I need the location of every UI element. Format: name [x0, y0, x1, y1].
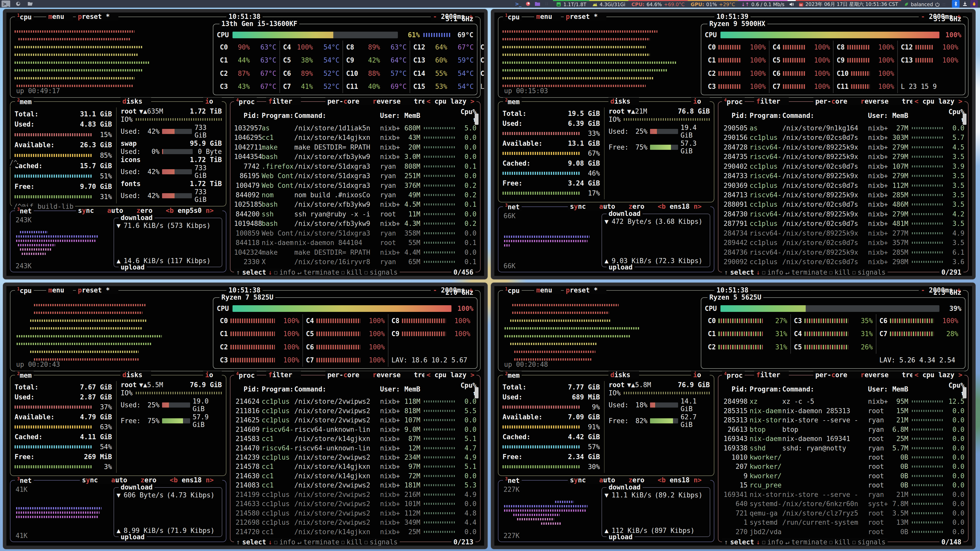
net-interface-prev-button[interactable]: <b: [658, 476, 670, 484]
per-core-button[interactable]: per-core: [815, 97, 847, 105]
column-command[interactable]: Command:: [294, 385, 380, 393]
proc-row[interactable]: 288091cc1plus/nix/store/02cs0d7snixb+486…: [721, 200, 966, 209]
proc-row[interactable]: 214083cc1/nix/store/2vwipws2nixb+181M5.3: [232, 481, 478, 490]
scroll-up-icon[interactable]: ↑: [724, 538, 728, 546]
net-interface-next-button[interactable]: n>: [202, 207, 213, 214]
proc-sort-control[interactable]: < cpu lazy >: [425, 97, 476, 105]
proc-row[interactable]: 1019488bash/nix/store/xfb3ykw9nixb+4.3M0…: [232, 219, 478, 228]
volume-segment[interactable]: [788, 0, 796, 8]
proc-row[interactable]: 1systemd/run/current-systemroot13M0.0: [721, 518, 966, 527]
net-tab[interactable]: 3net: [503, 476, 522, 484]
kill-action[interactable]: kill: [835, 269, 851, 276]
disks-tab[interactable]: disks: [608, 97, 639, 105]
terminate-action[interactable]: terminate: [304, 269, 339, 276]
column-pid[interactable]: Pid:: [722, 385, 749, 393]
filter-button[interactable]: filter: [754, 97, 789, 105]
io-tab-label[interactable]: io: [205, 97, 213, 105]
proc-row[interactable]: 721qemu-ga/nix/store/clz7ryz5root3.5M0.0: [721, 509, 966, 518]
proc-row[interactable]: 214199cc1plus/nix/store/2vwipws2nixb+216…: [232, 490, 478, 499]
filter-button[interactable]: filter: [754, 371, 789, 379]
net-interface-next-button[interactable]: n>: [202, 476, 213, 484]
proc-tab[interactable]: 4proc: [722, 97, 745, 106]
proc-row[interactable]: 284713riscv64-/nix/store/89225k9xnixb+28…: [721, 190, 966, 199]
proc-scrollbar-thumb[interactable]: [475, 113, 479, 125]
column-cpu[interactable]: Cpu% ↑: [458, 382, 476, 397]
column-command[interactable]: Command:: [782, 112, 868, 119]
speaker-icon[interactable]: [789, 2, 794, 6]
filter-button-label[interactable]: filter: [756, 371, 780, 379]
folder-app-icon[interactable]: [535, 2, 540, 6]
proc-row[interactable]: 214633cc1plus/nix/store/2vwipws2nixb+101…: [232, 499, 478, 508]
net-sync-button[interactable]: sync: [78, 207, 94, 214]
terminate-action[interactable]: terminate: [791, 538, 827, 546]
filter-button[interactable]: filter: [266, 371, 301, 379]
proc-row[interactable]: 100859Web Cont/nix/store/51dxgra3ryan358…: [232, 228, 478, 238]
proc-row[interactable]: 169341nix-stornix-store --serve -ryan21M…: [721, 490, 966, 499]
net-sync-button[interactable]: sync: [570, 476, 586, 484]
net-zero-button[interactable]: zero: [137, 207, 153, 214]
net-interface-next-button[interactable]: n>: [690, 203, 702, 210]
net-zero-button[interactable]: zero: [628, 476, 644, 484]
net-interface-prev-button[interactable]: <b: [170, 476, 182, 484]
reverse-button[interactable]: reverse: [861, 97, 889, 105]
proc-row[interactable]: 169338sshdsshd: ryan@nottyryan5.7M0.0: [721, 443, 966, 452]
proc-row[interactable]: 214624cc1plus/nix/store/2vwipws2nixb+118…: [232, 397, 478, 406]
power-icon[interactable]: [935, 2, 940, 6]
reverse-button[interactable]: reverse: [861, 371, 889, 379]
column-user[interactable]: User:: [380, 385, 401, 393]
column-memb[interactable]: MemB: [889, 385, 908, 393]
scroll-down-icon[interactable]: ↓: [756, 269, 760, 276]
column-pid[interactable]: Pid:: [234, 112, 262, 119]
net-zero-button[interactable]: zero: [628, 203, 644, 210]
proc-tab[interactable]: 4proc: [234, 97, 257, 106]
filter-button-label[interactable]: filter: [756, 97, 780, 105]
proc-tab[interactable]: 4proc: [234, 371, 257, 379]
mem-tab[interactable]: 2mem: [503, 97, 522, 106]
column-user[interactable]: User:: [380, 112, 401, 119]
select-action[interactable]: select: [242, 269, 266, 276]
disks-tab[interactable]: disks: [608, 371, 639, 379]
net-interface-prev-button[interactable]: <b: [658, 203, 670, 210]
scroll-down-icon[interactable]: ↓: [268, 538, 272, 546]
bluetooth-icon[interactable]: [952, 0, 959, 8]
proc-sort-control[interactable]: < cpu lazy >: [425, 371, 476, 379]
proc-row[interactable]: 1042324makemake DESTDIR= RPATHnixb+4.4M0…: [232, 248, 478, 257]
net-auto-button[interactable]: auto: [111, 476, 127, 484]
mem-tab[interactable]: 2mem: [15, 97, 34, 106]
net-sync-button[interactable]: sync: [570, 203, 586, 210]
proc-row[interactable]: 214609riscv64-riscv64-unknown-linnixb+9.…: [232, 425, 478, 434]
per-core-button[interactable]: per-core: [815, 371, 847, 379]
proc-row[interactable]: 270jbd2/vdaroot0B0.0: [721, 527, 966, 537]
mem-tab[interactable]: 2mem: [503, 371, 522, 379]
proc-row[interactable]: 287791cc1plus/nix/store/02cs0d7snixb+481…: [721, 219, 966, 228]
io-tab-label[interactable]: io: [205, 371, 213, 379]
net-interface-next-button[interactable]: n>: [690, 476, 702, 484]
sort-prev-button[interactable]: <: [915, 97, 922, 105]
column-cpu[interactable]: Cpu% ↑: [947, 382, 964, 397]
column-memb[interactable]: MemB: [401, 112, 420, 119]
net-interface-switch[interactable]: <b enp5s0 n>: [165, 207, 213, 214]
io-tab-label[interactable]: io: [693, 371, 701, 379]
flame-icon[interactable]: [970, 0, 978, 8]
column-user[interactable]: User:: [868, 112, 889, 119]
proc-row[interactable]: 9kworker/root0B0.0: [721, 471, 966, 481]
column-program[interactable]: Program:: [749, 385, 782, 393]
proc-row[interactable]: 211816cc1plus/nix/store/2vwipws2nixb+818…: [232, 406, 478, 415]
scroll-up-icon[interactable]: ↑: [236, 269, 240, 276]
proc-row[interactable]: 1046295cc1/nix/store/k14gjkxnnixb+43M0.0: [232, 133, 478, 142]
net-auto-button[interactable]: auto: [107, 207, 123, 214]
filter-button-label[interactable]: filter: [268, 97, 292, 105]
proc-scrollbar-thumb[interactable]: [475, 387, 479, 398]
terminate-action[interactable]: terminate: [304, 538, 339, 546]
net-tab[interactable]: 3net: [15, 476, 34, 484]
proc-row[interactable]: 7742.firefox/nix/store/51dxgra3ryan808M0…: [232, 162, 478, 171]
column-cpu[interactable]: Cpu% ↑: [947, 108, 964, 123]
column-command[interactable]: Command:: [294, 112, 380, 119]
proc-row[interactable]: 26613btopbtopryan6.8M0.0: [721, 425, 966, 434]
io-tab-label[interactable]: io: [693, 97, 701, 105]
sort-next-button[interactable]: >: [466, 371, 474, 379]
net-zero-button[interactable]: zero: [140, 476, 156, 484]
proc-row[interactable]: 1010kworker/root0B0.0: [721, 453, 966, 462]
terminal-app-icon[interactable]: >_: [515, 1, 522, 6]
kill-action[interactable]: kill: [347, 269, 363, 276]
